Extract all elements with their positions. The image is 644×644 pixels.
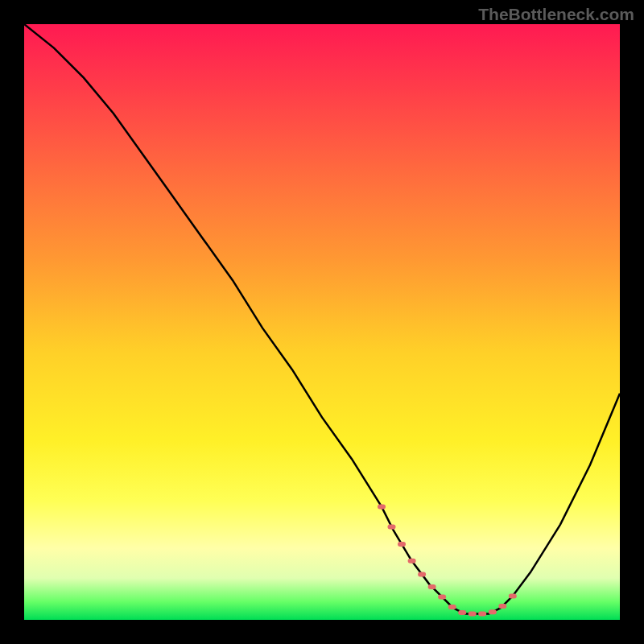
chart-background-gradient bbox=[24, 24, 620, 620]
watermark-text: TheBottleneck.com bbox=[478, 5, 634, 24]
